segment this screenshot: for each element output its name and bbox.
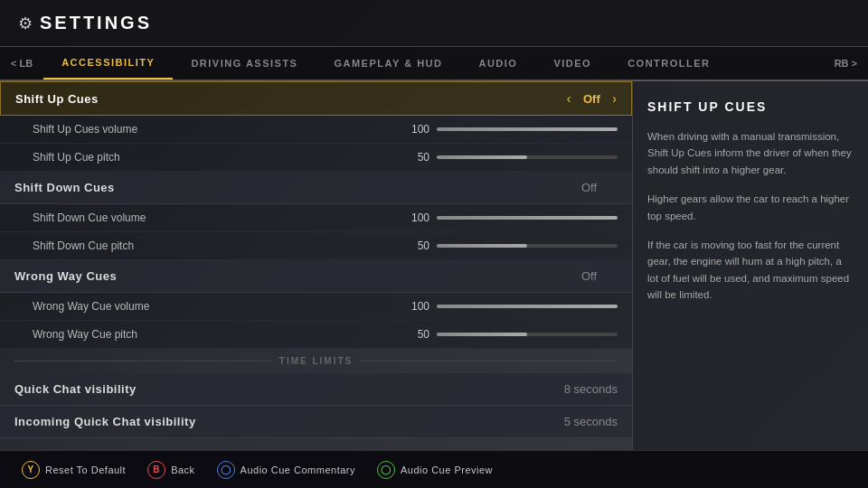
shift-down-volume-label: Shift Down Cue volume — [33, 211, 393, 224]
reset-label: Reset To Default — [45, 465, 126, 475]
nav-tabs: < LB ACCESSIBILITY DRIVING ASSISTS GAMEP… — [0, 47, 868, 81]
audio-cue-commentary-action[interactable]: ◯ Audio Cue Commentary — [217, 461, 355, 479]
settings-panel: Shift Up Cues ‹ Off › Shift Up Cues volu… — [0, 81, 633, 450]
shift-up-volume-row: Shift Up Cues volume 100 — [0, 116, 632, 144]
wrong-way-volume-slider[interactable] — [437, 305, 618, 308]
quick-chat-value: 8 seconds — [564, 382, 618, 396]
shift-down-cues-row[interactable]: Shift Down Cues Off — [0, 172, 632, 204]
shift-up-volume-fill — [437, 127, 618, 131]
shift-down-pitch-slider[interactable] — [437, 244, 618, 248]
info-text-2: Higher gears allow the car to reach a hi… — [647, 191, 854, 224]
divider-line-left — [14, 361, 272, 361]
audio-cue-preview-label: Audio Cue Preview — [401, 465, 493, 475]
wrong-way-pitch-fill — [437, 333, 527, 336]
shift-down-cues-value: Off — [581, 181, 618, 194]
settings-title: SETTINGS — [40, 13, 152, 33]
reset-action[interactable]: Y Reset To Default — [22, 461, 126, 479]
wrong-way-volume-row: Wrong Way Cue volume 100 — [0, 293, 632, 321]
shift-down-volume-value: 100 — [393, 211, 429, 224]
wrong-way-pitch-value: 50 — [393, 328, 429, 341]
back-action[interactable]: B Back — [147, 461, 194, 479]
tab-audio[interactable]: AUDIO — [460, 47, 535, 80]
info-text-3: If the car is moving too fast for the cu… — [647, 237, 854, 304]
shift-up-cues-label: Shift Up Cues — [15, 92, 567, 106]
tab-driving-assists[interactable]: DRIVING ASSISTS — [173, 47, 316, 80]
shift-down-pitch-label: Shift Down Cue pitch — [33, 239, 393, 252]
tab-accessibility[interactable]: ACCESSIBILITY — [43, 47, 173, 80]
quick-chat-label: Quick Chat visibility — [14, 382, 564, 396]
wrong-way-pitch-row: Wrong Way Cue pitch 50 — [0, 321, 632, 349]
info-panel-title: SHIFT UP CUES — [647, 99, 854, 114]
main-content: Shift Up Cues ‹ Off › Shift Up Cues volu… — [0, 81, 868, 450]
wrong-way-cues-row[interactable]: Wrong Way Cues Off — [0, 260, 632, 293]
shift-up-pitch-value: 50 — [393, 151, 429, 164]
shift-up-volume-label: Shift Up Cues volume — [33, 123, 393, 136]
shift-up-pitch-fill — [437, 155, 527, 159]
wrong-way-volume-value: 100 — [393, 300, 429, 313]
divider-label: TIME LIMITS — [279, 356, 353, 366]
tab-video[interactable]: VIDEO — [535, 47, 609, 80]
shift-up-cues-arrow-left[interactable]: ‹ — [567, 91, 571, 106]
tab-gameplay-hud[interactable]: GAMEPLAY & HUD — [316, 47, 460, 80]
incoming-quick-chat-row[interactable]: Incoming Quick Chat visibility 5 seconds — [0, 406, 632, 438]
wrong-way-pitch-label: Wrong Way Cue pitch — [33, 328, 393, 341]
shift-down-volume-slider[interactable] — [437, 216, 618, 220]
shift-up-pitch-slider[interactable] — [437, 155, 618, 159]
shift-up-cues-row[interactable]: Shift Up Cues ‹ Off › — [0, 81, 632, 116]
nav-lb[interactable]: < LB — [0, 58, 43, 69]
wrong-way-cues-value: Off — [581, 269, 618, 283]
info-text-1: When driving with a manual transmission,… — [647, 128, 854, 178]
settings-icon: ⚙ — [18, 14, 33, 33]
shift-down-cues-label: Shift Down Cues — [14, 181, 581, 194]
bottom-bar: Y Reset To Default B Back ◯ Audio Cue Co… — [0, 450, 868, 488]
shift-up-volume-value: 100 — [393, 123, 429, 136]
divider-line-right — [360, 361, 618, 361]
shift-up-pitch-row: Shift Up Cue pitch 50 — [0, 144, 632, 172]
audio-cue-preview-btn-icon: ◯ — [377, 461, 395, 479]
shift-up-cues-value: Off — [578, 92, 605, 106]
wrong-way-volume-label: Wrong Way Cue volume — [33, 300, 393, 313]
quick-chat-row[interactable]: Quick Chat visibility 8 seconds — [0, 373, 632, 406]
shift-down-volume-row: Shift Down Cue volume 100 — [0, 204, 632, 232]
shift-up-volume-slider[interactable] — [437, 127, 618, 131]
shift-up-cues-arrow-right[interactable]: › — [612, 91, 617, 106]
wrong-way-cues-label: Wrong Way Cues — [14, 269, 581, 283]
shift-up-cues-control[interactable]: ‹ Off › — [567, 91, 617, 106]
shift-down-pitch-value: 50 — [393, 239, 429, 252]
reset-btn-icon: Y — [22, 461, 40, 479]
back-btn-icon: B — [147, 461, 165, 479]
shift-up-pitch-label: Shift Up Cue pitch — [33, 151, 393, 164]
time-limits-divider: TIME LIMITS — [0, 349, 632, 373]
settings-header: ⚙ SETTINGS — [0, 0, 868, 47]
nav-rb[interactable]: RB > — [824, 58, 868, 69]
tab-controller[interactable]: CONTROLLER — [609, 47, 728, 80]
shift-down-volume-fill — [437, 216, 618, 220]
back-label: Back — [171, 465, 194, 475]
audio-cue-commentary-label: Audio Cue Commentary — [241, 465, 355, 475]
shift-down-pitch-fill — [437, 244, 527, 248]
info-panel: SHIFT UP CUES When driving with a manual… — [633, 81, 868, 450]
wrong-way-pitch-slider[interactable] — [437, 333, 618, 336]
incoming-quick-chat-value: 5 seconds — [564, 415, 618, 428]
incoming-quick-chat-label: Incoming Quick Chat visibility — [14, 415, 564, 428]
audio-cue-preview-action[interactable]: ◯ Audio Cue Preview — [377, 461, 493, 479]
audio-cue-commentary-btn-icon: ◯ — [217, 461, 235, 479]
wrong-way-volume-fill — [437, 305, 618, 308]
shift-down-pitch-row: Shift Down Cue pitch 50 — [0, 232, 632, 260]
